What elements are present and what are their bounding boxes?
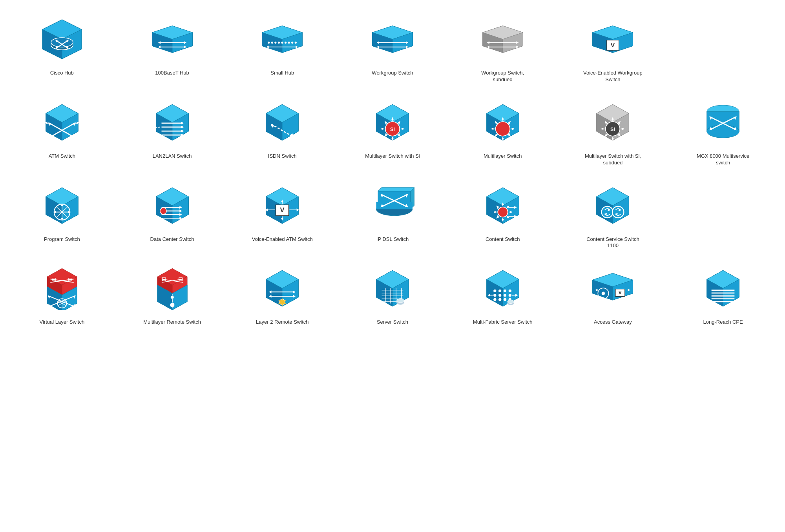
- item-workgroup-switch-subdued: Workgroup Switch, subdued: [449, 8, 557, 87]
- svg-point-343: [508, 300, 514, 304]
- label-content-switch: Content Switch: [486, 236, 520, 243]
- label-virtual-layer-switch: Virtual Layer Switch: [40, 319, 85, 326]
- item-program-switch: Program Switch: [8, 174, 116, 253]
- svg-point-330: [498, 294, 501, 297]
- svg-point-332: [508, 294, 511, 297]
- icon-data-center-switch: [145, 178, 200, 233]
- icon-ip-dsl-switch: [365, 178, 420, 233]
- svg-point-27: [271, 42, 273, 44]
- icon-mgx-8000: [696, 95, 750, 150]
- item-access-gateway: V Access Gateway: [559, 257, 667, 330]
- label-workgroup-switch: Workgroup Switch: [372, 70, 413, 77]
- item-server-switch: Server Switch: [338, 257, 447, 330]
- spacer-r3: [669, 174, 777, 253]
- label-long-reach-cpe: Long-Reach CPE: [703, 319, 743, 326]
- label-server-switch: Server Switch: [377, 319, 408, 326]
- label-multilayer-remote-switch: Multilayer Remote Switch: [143, 319, 201, 326]
- label-lan2lan-switch: LAN2LAN Switch: [153, 153, 192, 160]
- icon-multilayer-switch-si-subdued: Si: [585, 95, 640, 150]
- item-multilayer-switch-si: Si Multilayer Switch with Si: [338, 91, 447, 170]
- svg-point-32: [288, 42, 290, 44]
- label-multilayer-switch: Multilayer Switch: [484, 153, 522, 160]
- label-access-gateway: Access Gateway: [594, 319, 632, 326]
- svg-point-335: [504, 298, 506, 301]
- icon-multilayer-remote-switch: [145, 261, 200, 316]
- item-lan2lan-switch: LAN2LAN Switch: [118, 91, 226, 170]
- svg-point-289: [170, 303, 175, 308]
- svg-point-329: [493, 294, 496, 297]
- svg-point-33: [291, 42, 293, 44]
- icon-program-switch: [35, 178, 89, 233]
- label-program-switch: Program Switch: [44, 236, 80, 243]
- icon-multilayer-switch: [475, 95, 530, 150]
- item-data-center-switch: Data Center Switch: [118, 174, 226, 253]
- svg-point-26: [268, 42, 270, 44]
- icon-content-switch: [475, 178, 530, 233]
- icon-lan2lan-switch: [145, 95, 200, 150]
- svg-marker-213: [378, 187, 414, 191]
- item-layer2-remote-switch: Layer 2 Remote Switch: [228, 257, 336, 330]
- icon-atm-switch: [35, 95, 89, 150]
- svg-point-30: [281, 42, 283, 44]
- svg-point-331: [504, 294, 506, 297]
- svg-text:V: V: [619, 290, 622, 296]
- icon-isdn-switch: [255, 95, 310, 150]
- item-voice-enabled-workgroup-switch: V Voice-Enabled Workgroup Switch: [559, 8, 667, 87]
- icon-grid: Cisco Hub 100BaseT Hub: [8, 8, 777, 330]
- icon-100baset-hub: [145, 12, 200, 67]
- icon-small-hub: [255, 12, 310, 67]
- spacer-r1: [669, 8, 777, 87]
- icon-access-gateway: V: [585, 261, 640, 316]
- item-mgx-8000: MGX 8000 Multiservice switch: [669, 91, 777, 170]
- label-layer2-remote-switch: Layer 2 Remote Switch: [256, 319, 309, 326]
- item-long-reach-cpe: Long-Reach CPE: [669, 257, 777, 330]
- label-small-hub: Small Hub: [270, 70, 294, 77]
- label-data-center-switch: Data Center Switch: [150, 236, 194, 243]
- icon-workgroup-switch-subdued: [475, 12, 530, 67]
- svg-point-325: [493, 290, 496, 292]
- label-multilayer-switch-si: Multilayer Switch with Si: [365, 153, 420, 160]
- label-mgx-8000: MGX 8000 Multiservice switch: [692, 153, 754, 166]
- svg-point-28: [275, 42, 277, 44]
- label-workgroup-switch-subdued: Workgroup Switch, subdued: [471, 70, 534, 83]
- svg-point-327: [504, 290, 506, 292]
- label-voice-enabled-workgroup-switch: Voice-Enabled Workgroup Switch: [581, 70, 644, 83]
- svg-point-29: [278, 42, 280, 44]
- item-multilayer-switch-si-subdued: Si Multilayer Switch with Si, subdued: [559, 91, 667, 170]
- svg-point-31: [285, 42, 287, 44]
- item-100baset-hub: 100BaseT Hub: [118, 8, 226, 87]
- item-workgroup-switch: Workgroup Switch: [338, 8, 447, 87]
- svg-point-290: [170, 296, 173, 299]
- svg-text:V: V: [280, 206, 285, 213]
- icon-multilayer-switch-si: Si: [365, 95, 420, 150]
- icon-workgroup-switch: [365, 12, 420, 67]
- svg-point-34: [295, 42, 297, 44]
- svg-point-334: [498, 298, 501, 301]
- svg-point-320: [397, 299, 404, 303]
- item-ip-dsl-switch: IP DSL Switch: [338, 174, 447, 253]
- svg-point-227: [498, 207, 508, 217]
- item-isdn-switch: ISDN Switch: [228, 91, 336, 170]
- label-multi-fabric-server-switch: Multi-Fabric Server Switch: [473, 319, 533, 326]
- svg-text:Si: Si: [610, 126, 615, 132]
- label-multilayer-switch-si-subdued: Multilayer Switch with Si, subdued: [581, 153, 644, 166]
- svg-point-253: [613, 206, 624, 217]
- item-multi-fabric-server-switch: Multi-Fabric Server Switch: [449, 257, 557, 330]
- label-content-service-switch-1100: Content Service Switch 1100: [581, 236, 644, 250]
- icon-content-service-switch-1100: [585, 178, 640, 233]
- icon-virtual-layer-switch: [35, 261, 89, 316]
- icon-server-switch: [365, 261, 420, 316]
- label-ip-dsl-switch: IP DSL Switch: [376, 236, 409, 243]
- item-small-hub: Small Hub: [228, 8, 336, 87]
- item-multilayer-switch: Multilayer Switch: [449, 91, 557, 170]
- label-voice-enabled-atm-switch: Voice-Enabled ATM Switch: [252, 236, 313, 243]
- svg-point-165: [707, 125, 739, 138]
- icon-long-reach-cpe: [696, 261, 750, 316]
- label-cisco-hub: Cisco Hub: [50, 70, 74, 77]
- label-isdn-switch: ISDN Switch: [268, 153, 297, 160]
- svg-point-328: [508, 290, 511, 292]
- svg-point-349: [602, 292, 605, 295]
- svg-point-326: [498, 290, 501, 292]
- icon-cisco-hub: [35, 12, 89, 67]
- label-100baset-hub: 100BaseT Hub: [155, 70, 189, 77]
